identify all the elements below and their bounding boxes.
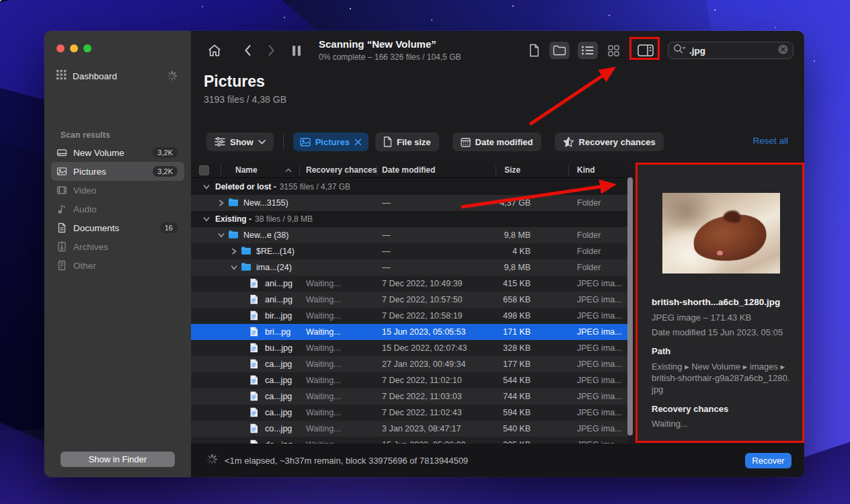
- row-date: 3 Jan 2023, 08:47:17: [382, 424, 493, 433]
- table-row[interactable]: ani...pgWaiting...7 Dec 2022, 10:49:3941…: [191, 276, 628, 292]
- row-date: 7 Dec 2022, 10:49:39: [382, 279, 493, 288]
- table-row[interactable]: ani...pgWaiting...7 Dec 2022, 10:57:5065…: [191, 292, 628, 308]
- column-header-recovery[interactable]: Recovery chances: [306, 165, 377, 175]
- row-recovery: Waiting...: [306, 295, 382, 304]
- row-size: 9,8 MB: [493, 263, 531, 272]
- table-header: Name Recovery chances Date modified Size…: [191, 163, 628, 178]
- row-name: bu...jpg: [265, 343, 293, 353]
- home-icon[interactable]: [206, 44, 223, 57]
- jpeg-file-icon: [249, 327, 260, 337]
- sidebar-item-dashboard[interactable]: Dashboard: [51, 67, 184, 85]
- column-header-date[interactable]: Date modified: [382, 165, 435, 175]
- table-scrollbar[interactable]: [627, 177, 633, 435]
- row-name: ani...pg: [265, 295, 293, 304]
- remove-chip-icon[interactable]: [354, 138, 362, 146]
- recover-button[interactable]: Recover: [745, 453, 791, 468]
- sidebar-item-documents[interactable]: Documents16: [51, 218, 184, 237]
- table-row[interactable]: da...jpgWaiting...15 Jun 2023, 05:06:003…: [191, 437, 628, 444]
- column-header-kind[interactable]: Kind: [577, 165, 595, 175]
- table-row[interactable]: New...e (38)—9,8 MBFolder: [191, 227, 628, 243]
- table-row[interactable]: ca...jpgWaiting...7 Dec 2022, 11:02:1054…: [191, 372, 628, 388]
- forward-icon[interactable]: [267, 44, 276, 56]
- pause-scan-icon[interactable]: [292, 45, 301, 56]
- preview-image: [662, 193, 780, 274]
- sidebar-item-audio[interactable]: Audio: [51, 200, 184, 218]
- table-group-row[interactable]: Existing -38 files / 9,8 MB: [191, 211, 628, 227]
- reset-all-link[interactable]: Reset all: [752, 136, 788, 146]
- dashboard-grid-icon: [56, 70, 67, 82]
- column-header-name[interactable]: Name: [235, 165, 258, 175]
- row-date: 7 Dec 2022, 10:57:50: [382, 295, 493, 304]
- zoom-window-button[interactable]: [83, 44, 91, 52]
- traffic-lights: [56, 44, 91, 52]
- search-field[interactable]: .jpg: [668, 42, 794, 59]
- row-date: 15 Jun 2023, 05:05:53: [382, 327, 493, 337]
- sidebar: Dashboard Scan results New Volume3,2KPic…: [44, 31, 191, 477]
- wallpaper-stars: [0, 0, 1, 1]
- row-date: 7 Dec 2022, 10:58:19: [382, 311, 493, 321]
- preview-path-value: Existing ▸ New Volume ▸ images ▸ british…: [652, 361, 790, 395]
- table-row[interactable]: ca...jpgWaiting...27 Jan 2023, 00:49:341…: [191, 356, 628, 372]
- chevron-down-icon[interactable]: [203, 216, 211, 222]
- chevron-right-icon[interactable]: [229, 247, 239, 256]
- show-in-finder-button[interactable]: Show in Finder: [61, 452, 175, 467]
- show-filter-label: Show: [230, 137, 254, 147]
- table-row[interactable]: bu...jpgWaiting...15 Dec 2022, 02:07:433…: [191, 340, 628, 356]
- row-size: 544 KB: [493, 376, 531, 385]
- select-all-checkbox[interactable]: [199, 165, 209, 175]
- table-group-row[interactable]: Deleted or lost -3155 files / 4,37 GB: [191, 179, 628, 195]
- row-recovery: Waiting...: [306, 327, 382, 337]
- sidebar-item-video[interactable]: Video: [51, 181, 184, 200]
- sidebar-item-other[interactable]: Other: [51, 256, 184, 275]
- row-date: 15 Dec 2022, 02:07:43: [382, 343, 493, 353]
- sidebar-item-new-volume[interactable]: New Volume3,2K: [51, 143, 184, 162]
- date-modified-label: Date modified: [475, 137, 533, 147]
- page-subtitle: 3193 files / 4,38 GB: [204, 94, 286, 105]
- grid-view-icon[interactable]: [603, 42, 623, 59]
- file-size-icon: [383, 136, 392, 147]
- scan-results-section-label: Scan results: [61, 130, 110, 140]
- table-row[interactable]: $RE...(14)—4 KBFolder: [191, 243, 628, 259]
- chevron-down-icon[interactable]: [229, 263, 239, 272]
- close-window-button[interactable]: [56, 44, 65, 52]
- table-row[interactable]: ca...jpgWaiting...7 Dec 2022, 11:02:4359…: [191, 405, 628, 421]
- row-kind: JPEG ima...: [577, 295, 628, 304]
- chevron-down-icon[interactable]: [203, 183, 211, 190]
- sidebar-item-label: Archives: [73, 242, 108, 252]
- table-row[interactable]: ima...(24)—9,8 MBFolder: [191, 259, 628, 276]
- clear-search-icon[interactable]: [778, 44, 788, 57]
- row-size: 328 KB: [493, 343, 531, 353]
- scan-spinner-icon: [167, 71, 178, 81]
- sidebar-item-label: Audio: [73, 204, 97, 214]
- list-view-icon[interactable]: [578, 42, 598, 59]
- pictures-filter-chip[interactable]: Pictures: [293, 132, 369, 151]
- back-icon[interactable]: [243, 44, 252, 56]
- group-meta: 3155 files / 4,37 GB: [280, 182, 350, 192]
- sidebar-item-archives[interactable]: Archives: [51, 237, 184, 256]
- page-title: Pictures: [204, 73, 286, 91]
- chevron-right-icon[interactable]: [217, 198, 226, 208]
- group-label: Deleted or lost -: [215, 182, 276, 192]
- jpeg-file-icon: [249, 407, 260, 418]
- table-row[interactable]: New...3155)—4,37 GBFolder: [191, 195, 628, 211]
- show-filter-button[interactable]: Show: [206, 132, 274, 151]
- sidebar-item-pictures[interactable]: Pictures3,2K: [51, 162, 184, 181]
- table-row[interactable]: bri...pgWaiting...15 Jun 2023, 05:05:531…: [191, 324, 628, 340]
- new-session-icon[interactable]: [524, 42, 544, 59]
- preview-panel-toggle-icon[interactable]: [635, 42, 656, 59]
- pictures-icon: [300, 138, 311, 146]
- date-modified-filter-button[interactable]: Date modified: [453, 132, 541, 151]
- recovery-chances-filter-button[interactable]: Recovery chances: [555, 132, 664, 151]
- column-header-size[interactable]: Size: [504, 165, 520, 175]
- jpeg-file-icon: [249, 359, 260, 370]
- row-size: 9,8 MB: [493, 230, 531, 240]
- file-size-filter-button[interactable]: File size: [375, 132, 439, 151]
- row-size: 415 KB: [493, 279, 531, 288]
- table-row[interactable]: ca...jpgWaiting...7 Dec 2022, 11:03:0374…: [191, 388, 628, 405]
- open-folder-icon[interactable]: [549, 42, 570, 59]
- chevron-down-icon[interactable]: [217, 230, 226, 240]
- row-size: 498 KB: [493, 311, 531, 321]
- table-row[interactable]: bir...jpgWaiting...7 Dec 2022, 10:58:194…: [191, 308, 628, 324]
- minimize-window-button[interactable]: [70, 44, 78, 52]
- table-row[interactable]: co...jpgWaiting...3 Jan 2023, 08:47:1754…: [191, 421, 628, 437]
